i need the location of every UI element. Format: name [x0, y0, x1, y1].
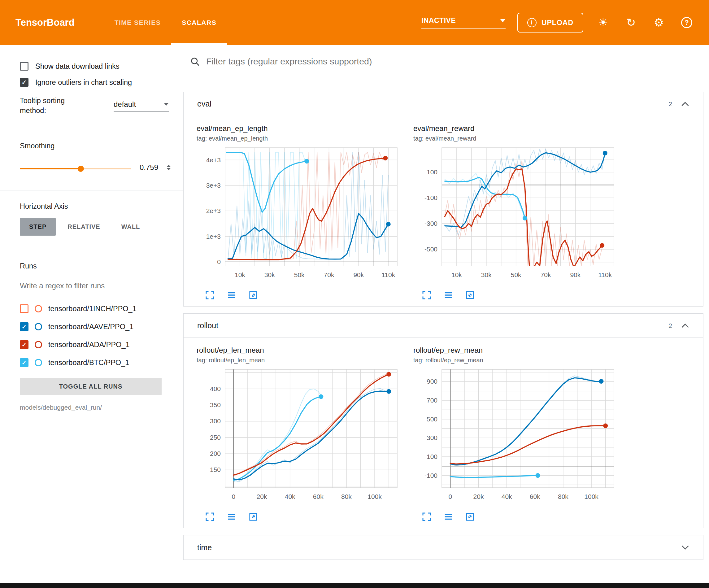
content-area: Show data download links ✓ Ignore outlie… [0, 45, 709, 583]
settings-gear-icon[interactable]: ⚙ [651, 15, 667, 31]
ignore-outliers-checkbox[interactable]: ✓ [20, 78, 28, 87]
run-row-aave[interactable]: ✓ tensorboard/AAVE/PPO_1 [20, 318, 173, 336]
section-eval: eval 2 eval/mean_ep_length tag: eval/mea… [183, 92, 703, 307]
fullscreen-icon[interactable] [205, 512, 215, 522]
log-scale-icon[interactable] [226, 512, 237, 522]
svg-text:40k: 40k [502, 493, 512, 500]
fit-domain-icon[interactable] [248, 290, 259, 301]
svg-text:80k: 80k [341, 493, 352, 500]
svg-text:1e+3: 1e+3 [206, 233, 221, 240]
svg-text:80k: 80k [558, 493, 569, 500]
svg-text:10k: 10k [451, 271, 462, 278]
chart-canvas[interactable]: 020k40k60k80k100k150200250300350400 [196, 364, 401, 511]
chart-tag: tag: rollout/ep_rew_mean [413, 357, 630, 364]
chart-rollout-ep-len-mean: rollout/ep_len_mean tag: rollout/ep_len_… [196, 346, 413, 522]
run-checkbox[interactable]: ✓ [20, 358, 28, 367]
section-eval-header[interactable]: eval 2 [184, 92, 703, 116]
section-time: time [183, 535, 703, 560]
section-rollout: rollout 2 rollout/ep_len_mean tag: rollo… [183, 313, 703, 528]
fit-domain-icon[interactable] [465, 290, 475, 301]
chevron-down-icon[interactable] [681, 545, 689, 550]
runs-filter-input[interactable] [20, 279, 173, 294]
log-scale-icon[interactable] [443, 290, 453, 301]
search-icon [190, 57, 200, 67]
svg-text:10k: 10k [235, 271, 245, 278]
run-row-1inch[interactable]: tensorboard/1INCH/PPO_1 [20, 300, 173, 318]
svg-text:300: 300 [427, 434, 438, 441]
smoothing-label: Smoothing [20, 142, 173, 150]
chart-canvas[interactable]: 10k30k50k70k90k110k-500-300-100100 [413, 143, 618, 289]
run-row-ada[interactable]: ✓ tensorboard/ADA/PPO_1 [20, 336, 173, 354]
fit-domain-icon[interactable] [248, 512, 259, 522]
svg-text:0: 0 [217, 258, 221, 265]
svg-text:100: 100 [427, 453, 438, 460]
log-scale-icon[interactable] [226, 290, 237, 301]
svg-text:250: 250 [210, 434, 221, 441]
sidebar-divider [0, 190, 183, 190]
tooltip-sorting-dropdown[interactable]: default [114, 100, 169, 112]
svg-text:30k: 30k [481, 271, 492, 278]
log-scale-icon[interactable] [443, 512, 453, 522]
brightness-icon[interactable]: ☀ [595, 15, 611, 31]
chart-rollout-ep-rew-mean: rollout/ep_rew_mean tag: rollout/ep_rew_… [413, 346, 630, 522]
run-checkbox[interactable]: ✓ [20, 322, 28, 331]
run-color-swatch[interactable] [35, 359, 42, 366]
chart-title: eval/mean_ep_length [196, 124, 413, 133]
section-rollout-header[interactable]: rollout 2 [184, 314, 703, 338]
chevron-up-icon[interactable] [681, 323, 689, 328]
smoothing-slider-thumb[interactable] [78, 165, 84, 172]
smoothing-slider[interactable] [20, 168, 131, 169]
show-download-links-row[interactable]: Show data download links [20, 62, 173, 71]
tooltip-sorting-row: Tooltip sorting method: default [20, 96, 169, 116]
run-checkbox[interactable]: ✓ [20, 340, 28, 349]
axis-relative-button[interactable]: RELATIVE [58, 218, 109, 236]
svg-text:70k: 70k [324, 271, 334, 278]
help-icon[interactable]: ? [679, 15, 695, 31]
fullscreen-icon[interactable] [421, 512, 432, 522]
svg-text:0: 0 [232, 493, 236, 500]
run-color-swatch[interactable] [35, 341, 42, 348]
chart-canvas[interactable]: 020k40k60k80k100k-100100300500700900 [413, 364, 618, 511]
tab-scalars[interactable]: SCALARS [171, 0, 227, 45]
chart-toolbar [413, 512, 630, 522]
upload-button[interactable]: i UPLOAD [517, 13, 583, 32]
runs-title: Runs [20, 262, 173, 270]
fullscreen-icon[interactable] [205, 290, 215, 301]
tag-filter-row [183, 45, 703, 78]
smoothing-stepper[interactable] [167, 165, 170, 170]
chart-canvas[interactable]: 10k30k50k70k90k110k01e+32e+33e+34e+3 [196, 143, 401, 289]
axis-step-button[interactable]: STEP [20, 218, 56, 236]
toggle-all-runs-button[interactable]: TOGGLE ALL RUNS [20, 378, 162, 395]
run-checkbox[interactable] [20, 304, 28, 313]
run-color-swatch[interactable] [35, 305, 42, 312]
chart-title: rollout/ep_rew_mean [413, 346, 630, 355]
tag-filter-input[interactable] [206, 56, 697, 67]
refresh-icon[interactable]: ↻ [623, 15, 639, 31]
svg-text:20k: 20k [257, 493, 267, 500]
chevron-up-icon[interactable] [681, 101, 689, 106]
fit-domain-icon[interactable] [465, 512, 475, 522]
smoothing-value-input[interactable] [140, 163, 159, 172]
status-dropdown-value: INACTIVE [421, 17, 456, 25]
status-dropdown[interactable]: INACTIVE [421, 17, 506, 29]
svg-text:50k: 50k [511, 271, 521, 278]
tab-time-series[interactable]: TIME SERIES [104, 0, 172, 45]
logdir-path: models/debugged_eval_run/ [20, 404, 173, 411]
svg-text:110k: 110k [598, 271, 612, 278]
stepper-down-icon[interactable] [167, 168, 170, 170]
stepper-up-icon[interactable] [167, 165, 170, 167]
window-edge [0, 583, 709, 588]
ignore-outliers-row[interactable]: ✓ Ignore outliers in chart scaling [20, 78, 173, 87]
fullscreen-icon[interactable] [421, 290, 432, 301]
tooltip-sorting-label: Tooltip sorting method: [20, 96, 85, 116]
axis-wall-button[interactable]: WALL [112, 218, 150, 236]
show-download-links-checkbox[interactable] [20, 62, 28, 71]
run-color-swatch[interactable] [35, 323, 42, 330]
chevron-down-icon [500, 19, 506, 22]
svg-text:100k: 100k [584, 493, 599, 500]
run-row-btc[interactable]: ✓ tensorboard/BTC/PPO_1 [20, 354, 173, 372]
svg-text:0: 0 [449, 493, 452, 500]
svg-text:60k: 60k [313, 493, 323, 500]
chart-eval-mean-reward: eval/mean_reward tag: eval/mean_reward 1… [413, 124, 630, 301]
section-time-header[interactable]: time [184, 535, 703, 560]
